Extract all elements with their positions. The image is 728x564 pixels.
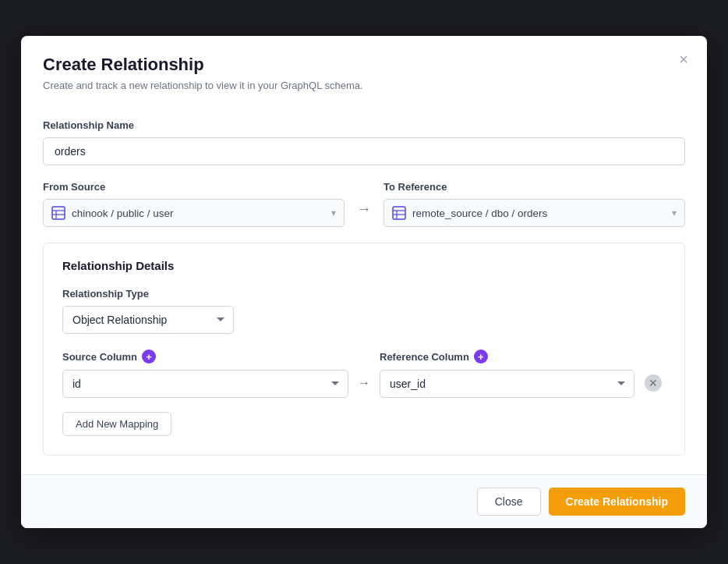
from-source-label: From Source	[43, 181, 345, 193]
remove-mapping-button[interactable]: ✕	[641, 370, 666, 398]
to-reference-group: To Reference remote_source / dbo / order…	[383, 181, 685, 227]
reference-column-label-row: Reference Column +	[380, 349, 634, 364]
reference-column-group: Reference Column + user_id	[380, 349, 634, 398]
from-source-chevron-icon: ▾	[331, 208, 336, 218]
relationship-name-input[interactable]	[43, 137, 685, 165]
relationship-name-label: Relationship Name	[43, 119, 685, 131]
from-source-value: chinook / public / user	[72, 208, 325, 219]
from-source-select[interactable]: chinook / public / user ▾	[43, 199, 345, 227]
reference-column-label: Reference Column	[380, 351, 469, 363]
table-icon-to	[392, 206, 406, 220]
to-reference-value: remote_source / dbo / orders	[412, 208, 666, 219]
relationship-type-select[interactable]: Object Relationship Array Relationship	[62, 306, 234, 334]
modal-footer: Close Create Relationship	[21, 474, 707, 528]
to-reference-chevron-icon: ▾	[672, 208, 677, 218]
table-icon-from	[51, 206, 65, 220]
relationship-name-group: Relationship Name	[43, 119, 685, 165]
modal-subtitle: Create and track a new relationship to v…	[43, 80, 685, 91]
relationship-details-box: Relationship Details Relationship Type O…	[43, 243, 685, 456]
column-arrow-icon: →	[348, 376, 380, 398]
svg-rect-0	[52, 207, 65, 219]
source-column-label-row: Source Column +	[62, 349, 348, 364]
create-relationship-modal: Create Relationship Create and track a n…	[21, 36, 707, 528]
modal-overlay: Create Relationship Create and track a n…	[0, 0, 728, 564]
close-button[interactable]: Close	[477, 488, 541, 516]
relationship-type-group: Relationship Type Object Relationship Ar…	[62, 288, 666, 334]
sources-row: From Source chinook / public / user ▾ →	[43, 181, 685, 227]
remove-icon: ✕	[645, 374, 662, 392]
source-column-select[interactable]: id	[62, 370, 348, 398]
to-reference-label: To Reference	[383, 181, 685, 193]
close-icon-button[interactable]: ×	[674, 48, 693, 70]
reference-column-select[interactable]: user_id	[380, 370, 634, 398]
to-reference-select[interactable]: remote_source / dbo / orders ▾	[383, 199, 685, 227]
add-new-mapping-button[interactable]: Add New Mapping	[62, 412, 171, 436]
source-column-group: Source Column + id	[62, 349, 348, 398]
relationship-type-label: Relationship Type	[62, 288, 666, 300]
columns-row: Source Column + id → Reference Column +	[62, 349, 666, 398]
source-column-label: Source Column	[62, 351, 137, 363]
modal-header: Create Relationship Create and track a n…	[21, 36, 707, 104]
source-to-ref-arrow-icon: →	[345, 201, 383, 227]
from-source-group: From Source chinook / public / user ▾	[43, 181, 345, 227]
reference-column-wrapper: Reference Column + user_id ✕	[380, 349, 666, 398]
modal-body: Relationship Name From Source chinook / …	[21, 104, 707, 474]
create-relationship-button[interactable]: Create Relationship	[549, 488, 685, 516]
modal-title: Create Relationship	[43, 55, 685, 75]
details-title: Relationship Details	[62, 259, 666, 272]
svg-rect-4	[393, 207, 405, 219]
source-column-add-icon[interactable]: +	[142, 349, 156, 364]
reference-column-add-icon[interactable]: +	[474, 349, 488, 364]
